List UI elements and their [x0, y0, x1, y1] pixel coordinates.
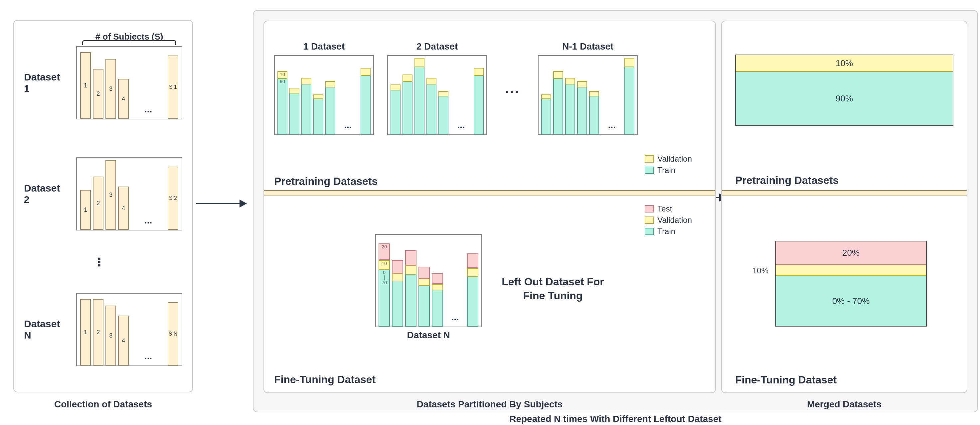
- finetune-chart: 20100 | 70...: [375, 234, 482, 327]
- bar-val-segment: [301, 78, 311, 84]
- ellipsis: ...: [445, 312, 465, 326]
- subject-bar: 1: [80, 299, 91, 366]
- bar-val-segment: [402, 75, 412, 82]
- legend-item-test: Test: [645, 204, 692, 213]
- bar-val-segment: [589, 91, 599, 96]
- stacked-bar: [391, 84, 401, 134]
- merged-finetune-block: 20% 0% - 70% 10%: [775, 241, 927, 326]
- legend-label: Validation: [657, 154, 692, 164]
- stacked-bar: [418, 267, 430, 326]
- merged-top: 10% 90%: [735, 54, 953, 126]
- arrow-collection-to-partition: [196, 203, 246, 204]
- bar-val-segment: [565, 78, 575, 84]
- ellipsis: ...: [450, 120, 472, 134]
- legend-item-validation: Validation: [645, 215, 692, 225]
- ellipsis: ...: [500, 81, 525, 96]
- legend-pretrain: Validation Train: [645, 154, 692, 175]
- legend-label: Validation: [657, 215, 692, 225]
- repeat-region: Repeated N times With Different Leftout …: [253, 10, 978, 412]
- subject-bar-last: S 1: [168, 56, 178, 119]
- stacked-bar: [624, 58, 634, 134]
- finetune-center: 20100 | 70... Dataset N Left Out Dataset…: [274, 234, 705, 344]
- stacked-bar: [553, 71, 563, 134]
- pretrain-chart-wrap: 1 Dataset1090...: [274, 41, 374, 135]
- ft-chart-title: Dataset N: [375, 330, 482, 341]
- bar-train-segment: [325, 88, 335, 134]
- subjects-chart: 1234...S N: [76, 293, 182, 366]
- subject-bar: 1: [80, 52, 91, 119]
- bar-val-segment: [541, 94, 551, 99]
- subject-bar: 2: [93, 299, 103, 366]
- dataset-label: DatasetN: [24, 318, 70, 341]
- dataset-row: Dataset1# of Subjects (S)1234...S 1: [24, 40, 182, 126]
- merged-pretrain-block: 10% 90%: [735, 54, 953, 126]
- divider-band-2: [264, 190, 715, 196]
- stacked-bar: [589, 91, 599, 134]
- legend-label: Test: [657, 204, 672, 213]
- bar-test-segment: [392, 260, 403, 273]
- bar-val-segment: 10: [277, 71, 287, 79]
- bar-test-segment: 20: [379, 244, 390, 260]
- stacked-bar: [438, 91, 449, 134]
- merged-ft-val-side-label: 10%: [752, 266, 768, 275]
- brace-label: # of Subjects (S): [95, 32, 163, 42]
- subject-bar: 4: [118, 79, 129, 119]
- legend-item-train: Train: [645, 227, 692, 236]
- stacked-bar: [361, 68, 371, 134]
- bar-train-segment: [405, 275, 417, 326]
- stacked-bar: [415, 58, 425, 134]
- pretrain-charts-row: 1 Dataset1090...2 Dataset......N-1 Datas…: [274, 41, 705, 135]
- bar-val-segment: [624, 58, 634, 67]
- merged-pretrain-val: 10%: [736, 55, 953, 72]
- bar-val-segment: [313, 94, 323, 99]
- bar-val-segment: [474, 68, 484, 76]
- pretrain-section-label: Pretraining Datasets: [274, 175, 377, 188]
- stacked-bar: [325, 81, 335, 134]
- bar-train-segment: [391, 91, 401, 134]
- pretrain-chart: ...: [538, 55, 638, 135]
- bar-train-segment: [438, 96, 449, 134]
- legend-finetune: Test Validation Train: [645, 204, 692, 236]
- partitioned-panel: 1 Dataset1090...2 Dataset......N-1 Datas…: [264, 21, 716, 393]
- bar-test-segment: [432, 273, 443, 284]
- stacked-bar: [577, 81, 587, 134]
- stacked-bar: [432, 273, 443, 326]
- bar-train-segment: 0 | 70: [379, 270, 390, 326]
- stacked-bar: [565, 78, 575, 134]
- validation-swatch: [645, 216, 654, 224]
- bar-test-segment: [467, 253, 478, 268]
- subject-bar: 3: [105, 59, 116, 119]
- bar-train-segment: [553, 79, 563, 134]
- bar-val-segment: [432, 284, 443, 290]
- bar-train-segment: [565, 84, 575, 134]
- subject-bar-last: S 2: [168, 167, 178, 230]
- subject-bar: 4: [118, 315, 129, 366]
- bar-train-segment: [541, 99, 551, 134]
- subjects-chart: 1234...S 2: [76, 157, 182, 231]
- repeat-caption: Repeated N times With Different Leftout …: [509, 414, 722, 424]
- diagram-root: Dataset1# of Subjects (S)1234...S 1Datas…: [6, 6, 980, 425]
- bar-val-segment: [325, 81, 335, 88]
- subject-bar: 2: [93, 177, 103, 230]
- dataset-label: Dataset2: [24, 183, 70, 205]
- finetune-chart-wrap: 20100 | 70... Dataset N: [375, 234, 482, 344]
- merged-pretrain-label: Pretraining Datasets: [735, 174, 838, 186]
- collection-panel: Dataset1# of Subjects (S)1234...S 1Datas…: [13, 20, 193, 392]
- stacked-bar: [301, 78, 311, 134]
- bar-train-segment: [577, 88, 587, 134]
- pretrain-chart: 1090...: [274, 55, 374, 135]
- bar-test-segment: [405, 250, 417, 265]
- bar-train-segment: [392, 281, 403, 326]
- subject-bar: 2: [93, 69, 103, 119]
- bar-train-segment: [467, 277, 478, 326]
- bar-val-segment: [418, 279, 430, 286]
- pretrain-chart-title: 2 Dataset: [387, 41, 487, 52]
- bar-test-segment: [418, 267, 430, 279]
- bar-train-segment: [426, 84, 436, 134]
- pretrain-chart-wrap: 2 Dataset...: [387, 41, 487, 135]
- legend-item-validation: Validation: [645, 154, 692, 164]
- bar-train-segment: [624, 67, 634, 134]
- bar-train-segment: [474, 76, 484, 134]
- train-swatch: [645, 167, 654, 174]
- stacked-bar: [290, 88, 299, 134]
